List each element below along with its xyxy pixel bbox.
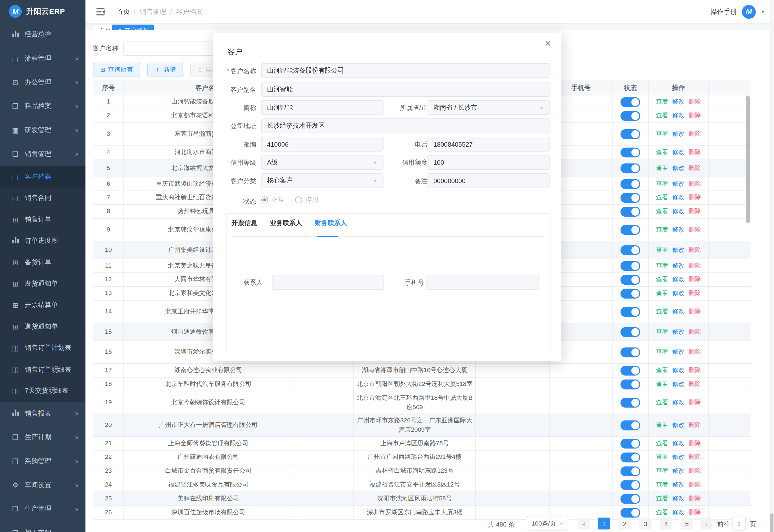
edit-link[interactable]: 修改: [672, 245, 685, 255]
delete-link[interactable]: 删除: [689, 508, 701, 517]
delete-link[interactable]: 删除: [689, 420, 701, 430]
delete-link[interactable]: 删除: [689, 379, 701, 389]
status-toggle[interactable]: [620, 225, 640, 235]
add-button[interactable]: ＋ 新增: [147, 63, 183, 76]
tab-invoice-info[interactable]: 开票信息: [232, 219, 257, 232]
view-link[interactable]: 查看: [656, 245, 668, 255]
delete-link[interactable]: 删除: [689, 193, 701, 202]
breadcrumb-sales[interactable]: 销售管理: [140, 7, 166, 16]
status-toggle[interactable]: [620, 261, 640, 271]
delete-link[interactable]: 删除: [689, 275, 701, 284]
status-toggle[interactable]: [620, 207, 640, 217]
status-toggle[interactable]: [620, 163, 640, 173]
sidebar-item-5[interactable]: ❏销售管理∧: [0, 142, 85, 166]
edit-link[interactable]: 修改: [672, 97, 685, 107]
edit-link[interactable]: 修改: [672, 275, 685, 284]
edit-link[interactable]: 修改: [672, 420, 685, 430]
delete-link[interactable]: 删除: [689, 348, 701, 357]
delete-link[interactable]: 删除: [689, 163, 701, 173]
query-all-button[interactable]: ⊞ 查询所有: [93, 63, 140, 76]
close-icon[interactable]: ✕: [544, 38, 551, 49]
edit-link[interactable]: 修改: [672, 225, 685, 234]
delete-link[interactable]: 删除: [689, 307, 701, 316]
tab-finance-contact[interactable]: 财务联系人: [315, 219, 347, 232]
table-scrollbar[interactable]: [746, 96, 750, 223]
status-toggle[interactable]: [620, 480, 640, 490]
sidebar-item-15[interactable]: ◫销售订单明细表: [0, 359, 85, 380]
status-toggle[interactable]: [620, 438, 640, 448]
goto-page-input[interactable]: [732, 517, 746, 531]
company-address-input[interactable]: [261, 118, 551, 133]
status-toggle[interactable]: [620, 420, 640, 430]
sidebar-item-4[interactable]: ▣研发管理∨: [0, 118, 85, 142]
sidebar-item-14[interactable]: ◫销售订单计划表: [0, 337, 85, 359]
sidebar-item-19[interactable]: ❐采购管理∨: [0, 449, 85, 473]
view-link[interactable]: 查看: [656, 129, 668, 139]
page-button-2[interactable]: 2: [619, 518, 631, 530]
view-link[interactable]: 查看: [656, 439, 668, 448]
delete-link[interactable]: 删除: [689, 398, 701, 407]
sidebar-item-9[interactable]: 订单进度图: [0, 230, 85, 251]
delete-link[interactable]: 删除: [689, 494, 701, 503]
sidebar-item-16[interactable]: ◫7天交货明细表: [0, 380, 85, 401]
breadcrumb-home[interactable]: 首页: [116, 7, 130, 16]
status-toggle[interactable]: [620, 466, 640, 476]
sidebar-item-18[interactable]: ❐生产计划∨: [0, 425, 85, 449]
edit-link[interactable]: 修改: [672, 327, 685, 337]
tab-business-contact[interactable]: 业务联系人: [270, 219, 302, 232]
view-link[interactable]: 查看: [656, 193, 668, 202]
sidebar-item-6[interactable]: ▤客户档案: [0, 166, 85, 187]
customer-alias-input[interactable]: [261, 82, 551, 97]
status-toggle[interactable]: [620, 494, 640, 504]
status-radio-disabled[interactable]: 停用: [295, 195, 318, 204]
delete-link[interactable]: 删除: [689, 97, 701, 107]
view-link[interactable]: 查看: [656, 480, 668, 489]
customer-name-input[interactable]: [261, 63, 551, 78]
province-select[interactable]: 湖南省 / 长沙市 ▼: [428, 100, 550, 115]
status-radio-normal[interactable]: 正常: [261, 195, 284, 204]
sidebar-item-17[interactable]: 销售报表∨: [0, 401, 85, 425]
edit-link[interactable]: 修改: [672, 379, 685, 389]
view-link[interactable]: 查看: [656, 327, 668, 337]
sidebar-item-2[interactable]: ⊡办公管理∨: [0, 71, 85, 94]
status-toggle[interactable]: [620, 327, 640, 337]
status-toggle[interactable]: [620, 111, 640, 121]
sidebar-item-7[interactable]: ▤销售合同: [0, 187, 85, 209]
edit-link[interactable]: 修改: [672, 348, 685, 357]
sidebar-item-1[interactable]: ▤流程管理∨: [0, 46, 85, 70]
edit-link[interactable]: 修改: [672, 193, 685, 202]
edit-link[interactable]: 修改: [672, 261, 685, 271]
remark-input[interactable]: [428, 173, 550, 188]
edit-link[interactable]: 修改: [672, 480, 685, 489]
view-link[interactable]: 查看: [656, 307, 668, 316]
page-button-4[interactable]: 4: [660, 518, 672, 530]
edit-link[interactable]: 修改: [672, 163, 685, 173]
view-link[interactable]: 查看: [656, 398, 668, 407]
edit-link[interactable]: 修改: [672, 289, 685, 298]
view-link[interactable]: 查看: [656, 275, 668, 284]
delete-link[interactable]: 删除: [689, 439, 701, 448]
edit-link[interactable]: 修改: [672, 148, 685, 157]
view-link[interactable]: 查看: [656, 348, 668, 357]
manual-link[interactable]: 操作手册: [710, 7, 737, 16]
user-menu-caret-icon[interactable]: ▼: [761, 9, 765, 14]
status-toggle[interactable]: [620, 347, 640, 357]
delete-link[interactable]: 删除: [689, 261, 701, 271]
delete-link[interactable]: 删除: [689, 179, 701, 189]
edit-link[interactable]: 修改: [672, 439, 685, 448]
credit-level-select[interactable]: A级 ▼: [261, 155, 384, 170]
sidebar-item-13[interactable]: ⊞退货通知单: [0, 316, 85, 337]
view-link[interactable]: 查看: [656, 379, 668, 389]
next-page-button[interactable]: ›: [700, 518, 712, 530]
view-link[interactable]: 查看: [656, 453, 668, 462]
page-button-1[interactable]: 1: [598, 518, 610, 530]
status-toggle[interactable]: [620, 365, 640, 375]
status-toggle[interactable]: [620, 289, 640, 299]
delete-link[interactable]: 删除: [689, 129, 701, 139]
category-select[interactable]: 核心客户 ▼: [261, 173, 384, 188]
sidebar-item-12[interactable]: ⊞开票结算单: [0, 294, 85, 316]
edit-link[interactable]: 修改: [672, 398, 685, 407]
credit-amount-input[interactable]: [428, 155, 550, 170]
delete-link[interactable]: 删除: [689, 111, 701, 121]
edit-link[interactable]: 修改: [672, 207, 685, 216]
